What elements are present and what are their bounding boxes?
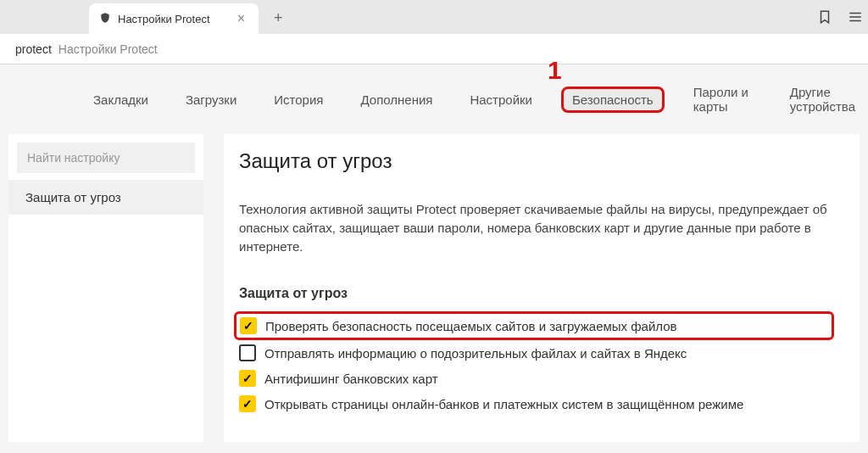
page-description: Технология активной защиты Protect прове…	[239, 200, 832, 255]
nav-security[interactable]: Безопасность	[561, 87, 665, 113]
checkbox-label: Антифишинг банковских карт	[264, 372, 438, 386]
checkbox-label: Отправлять информацию о подозрительных ф…	[264, 346, 687, 361]
tab-title: Настройки Protect	[118, 13, 210, 25]
section-title: Защита от угроз	[239, 286, 834, 301]
nav-passwords[interactable]: Пароли и карты	[685, 80, 761, 119]
content: Защита от угроз Технология активной защи…	[224, 134, 860, 442]
menu-icon[interactable]	[848, 9, 863, 25]
page-title: Защита от угроз	[239, 149, 834, 173]
checkbox[interactable]	[239, 370, 256, 387]
sidebar: Защита от угроз	[8, 134, 203, 442]
checkbox-label: Проверять безопасность посещаемых сайтов…	[265, 319, 677, 333]
check-row-3[interactable]: Открывать страницы онлайн-банков и плате…	[239, 391, 834, 417]
tab-close-icon[interactable]: ×	[234, 11, 248, 26]
checkbox-list: Проверять безопасность посещаемых сайтов…	[239, 311, 834, 417]
nav-downloads[interactable]: Загрузки	[177, 87, 245, 112]
browser-tab-bar: Настройки Protect × +	[0, 0, 868, 34]
nav-devices[interactable]: Другие устройства	[782, 80, 868, 119]
address-seg-1: protect	[14, 42, 52, 56]
check-row-1[interactable]: Отправлять информацию о подозрительных ф…	[239, 340, 834, 366]
checkbox[interactable]	[240, 317, 257, 334]
nav-settings[interactable]: Настройки	[461, 87, 541, 112]
new-tab-button[interactable]: +	[265, 3, 292, 34]
nav-bookmarks[interactable]: Закладки	[85, 87, 157, 112]
address-seg-2: Настройки Protect	[58, 42, 158, 56]
nav-history[interactable]: История	[265, 87, 331, 112]
shield-icon	[99, 12, 111, 26]
checkbox-label: Открывать страницы онлайн-банков и плате…	[264, 397, 743, 411]
address-bar[interactable]: protect Настройки Protect	[0, 34, 868, 64]
nav-addons[interactable]: Дополнения	[352, 87, 441, 112]
check-row-2[interactable]: Антифишинг банковских карт	[239, 366, 834, 391]
checkbox[interactable]	[239, 344, 256, 361]
annotation-1: 1	[548, 56, 562, 85]
browser-tab[interactable]: Настройки Protect ×	[89, 3, 259, 34]
checkbox[interactable]	[239, 395, 256, 412]
sidebar-item-threats[interactable]: Защита от угроз	[8, 180, 203, 215]
settings-nav: Закладки Загрузки История Дополнения Нас…	[0, 64, 868, 134]
check-row-0[interactable]: Проверять безопасность посещаемых сайтов…	[234, 311, 834, 340]
search-input[interactable]	[17, 143, 195, 173]
bookmark-flag-icon[interactable]	[817, 9, 832, 25]
